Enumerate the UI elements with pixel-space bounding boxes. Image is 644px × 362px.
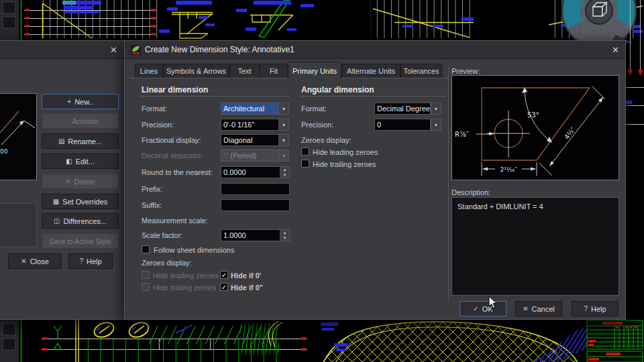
close-icon[interactable]: ✕ xyxy=(108,44,119,56)
tab-fit[interactable]: Fit xyxy=(260,64,288,78)
angle-dim-text: 53° xyxy=(527,111,539,119)
button-label: Rename... xyxy=(68,137,102,145)
description-label: Description: xyxy=(451,188,490,196)
tab-text[interactable]: Text xyxy=(229,64,260,78)
chevron-down-icon[interactable]: ▼ xyxy=(278,134,289,146)
fractional-display-label: Fractional display: xyxy=(142,136,201,144)
button-label: Activate xyxy=(72,117,98,125)
activate-button: → Activate xyxy=(42,113,119,129)
rename-icon: ▤ xyxy=(58,137,64,145)
zeroes-display-label: Zeroes display: xyxy=(142,259,192,267)
style-manager-window: ✕ 00 + New.. → Activate ▤ Rename... ◧ Ed… xyxy=(0,40,125,320)
overrides-icon: ▦ xyxy=(53,198,59,205)
round-to-nearest-input[interactable]: 0.0000 xyxy=(221,166,280,178)
angular-hide-trailing-checkbox[interactable] xyxy=(301,160,309,168)
description-box: Standard + DIMLUNIT = 4 xyxy=(451,197,619,296)
spin-up-icon[interactable]: ▲ xyxy=(280,167,289,172)
x-icon: ✕ xyxy=(65,178,70,185)
close-icon[interactable]: ✕ xyxy=(610,44,621,56)
angular-zeroes-display-label: Zeroes display: xyxy=(301,136,352,144)
spin-up-icon[interactable]: ▲ xyxy=(280,230,289,235)
button-label: Differences... xyxy=(63,217,107,225)
preview-arrowheads xyxy=(482,87,603,170)
linear-precision-select[interactable]: 0'-0 1/16" xyxy=(221,119,279,131)
question-icon: ? xyxy=(79,257,83,265)
tab-primary-units[interactable]: Primary Units xyxy=(288,62,341,78)
differences-icon: ◫ xyxy=(54,217,60,225)
chevron-down-icon[interactable]: ▼ xyxy=(278,119,289,131)
delete-button: ✕ Delete xyxy=(42,174,119,189)
radius-dim-text: R⅞″ xyxy=(455,131,469,138)
prefix-label: Prefix: xyxy=(142,185,162,193)
chevron-down-icon: ▼ xyxy=(278,149,289,162)
bottom-left-drawing xyxy=(42,320,307,362)
rename-button[interactable]: ▤ Rename... xyxy=(42,133,119,149)
format-label: Format: xyxy=(142,105,167,113)
chevron-down-icon[interactable]: ▼ xyxy=(431,119,441,131)
round-spinner[interactable]: ▲ ▼ xyxy=(280,166,290,178)
width-dim-text: 2¹¹⁄₁₆″ xyxy=(500,166,517,173)
style-manager-titlebar: ✕ xyxy=(0,41,124,59)
hide-if-inches-label: Hide if 0" xyxy=(231,284,263,292)
scale-factor-input[interactable]: 1.0000 xyxy=(221,229,280,241)
section-bubble-icons xyxy=(92,320,150,340)
ok-button[interactable]: ✓ OK xyxy=(460,301,506,316)
suffix-label: Suffix: xyxy=(142,201,162,209)
scale-spinner[interactable]: ▲ ▼ xyxy=(280,229,290,241)
button-label: Save to Active Style xyxy=(49,237,111,245)
divider xyxy=(448,66,449,302)
set-overrides-button[interactable]: ▦ Set Overrides xyxy=(42,194,119,209)
angular-precision-select[interactable]: 0 xyxy=(374,119,431,131)
spin-down-icon[interactable]: ▼ xyxy=(280,172,289,178)
style-description-panel xyxy=(0,203,37,247)
suffix-input[interactable] xyxy=(221,199,290,211)
button-label: Edit... xyxy=(76,158,95,166)
measurement-scale-label: Measurement scale: xyxy=(142,217,208,225)
new-style-button[interactable]: + New.. xyxy=(42,94,119,109)
x-icon: ✕ xyxy=(21,257,26,265)
hide-if-inches-checkbox[interactable]: ✓ xyxy=(220,283,228,291)
chevron-down-icon[interactable]: ▼ xyxy=(431,103,441,115)
question-icon: ? xyxy=(584,305,588,312)
round-to-nearest-label: Round to the nearest: xyxy=(142,168,213,176)
preview-label: Preview: xyxy=(451,67,480,75)
tab-symbols-arrows[interactable]: Symbols & Arrows xyxy=(163,64,229,78)
divider xyxy=(300,96,445,97)
button-label: New.. xyxy=(74,98,93,106)
hide-if-feet-checkbox[interactable]: ✓ xyxy=(220,271,228,279)
angular-dimension-heading: Angular dimension xyxy=(301,85,374,95)
wireframe-hull xyxy=(321,320,602,362)
hide-trailing-zeroes-checkbox xyxy=(142,283,150,291)
mouse-cursor xyxy=(488,296,498,309)
angular-precision-label: Precision: xyxy=(301,121,333,129)
follow-sheet-dimensions-checkbox[interactable] xyxy=(142,245,150,253)
differences-button[interactable]: ◫ Differences... xyxy=(42,213,119,229)
fractional-display-select[interactable]: Diagonal xyxy=(221,134,279,146)
prefix-input[interactable] xyxy=(221,183,290,195)
mini-preview-text: 00 xyxy=(0,148,8,155)
linear-format-select[interactable]: Architectural xyxy=(221,103,279,115)
button-label: Help xyxy=(87,257,102,265)
angular-hide-leading-checkbox[interactable] xyxy=(301,147,309,156)
angular-hide-trailing-label: Hide trailing zeroes xyxy=(313,160,376,168)
chevron-down-icon[interactable]: ▼ xyxy=(278,103,289,115)
edit-button[interactable]: ◧ Edit... xyxy=(42,154,119,169)
preview-dimension-lines xyxy=(476,86,605,176)
help-button[interactable]: ? Help xyxy=(572,301,619,316)
dimension-preview: 53° R⅞″ 4½″ 2¹¹⁄₁₆″ xyxy=(451,75,619,180)
tab-tolerances[interactable]: Tolerances xyxy=(400,64,442,78)
help-button[interactable]: ? Help xyxy=(68,253,113,269)
precision-label: Precision: xyxy=(142,121,174,129)
style-preview-thumbnail: 00 xyxy=(0,93,37,180)
close-button[interactable]: ✕ Close xyxy=(8,253,62,269)
slope-dim-text: 4½″ xyxy=(563,125,577,141)
tab-lines[interactable]: Lines xyxy=(135,64,163,78)
hide-trailing-zeroes-label: Hide trailing zeroes xyxy=(153,284,216,292)
tab-alternate-units[interactable]: Alternate Units xyxy=(341,64,400,78)
spin-down-icon[interactable]: ▼ xyxy=(280,235,289,241)
cancel-button[interactable]: ✕ Cancel xyxy=(515,301,562,316)
angular-format-select[interactable]: Decimal Degrees xyxy=(374,103,431,115)
scale-factor-label: Scale factor: xyxy=(142,231,182,239)
button-label: Delete xyxy=(74,178,95,186)
preview-shape xyxy=(482,88,590,160)
